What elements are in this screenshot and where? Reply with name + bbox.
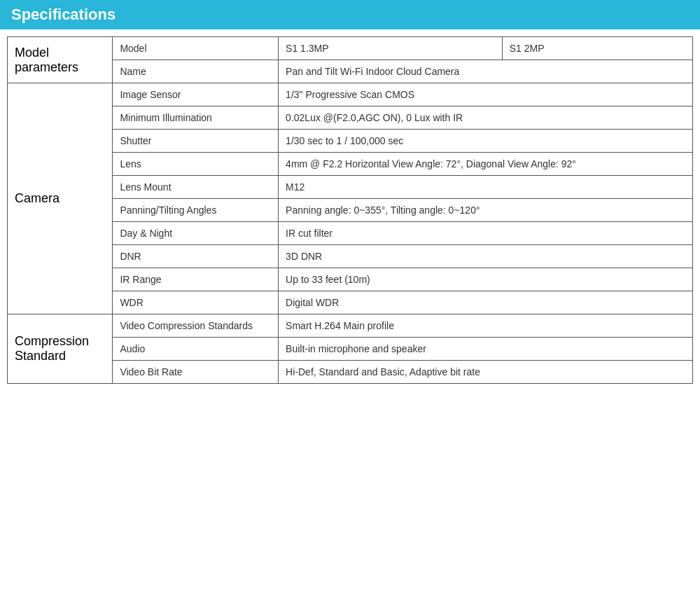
param-cell: Audio: [113, 338, 279, 361]
value-cell: Up to 33 feet (10m): [279, 268, 693, 291]
value-cell: Hi-Def, Standard and Basic, Adaptive bit…: [279, 361, 693, 384]
table-row: Model parametersModelS1 1.3MPS1 2MP: [8, 37, 693, 60]
param-cell: WDR: [113, 291, 279, 314]
value-cell: 0.02Lux @(F2.0,AGC ON), 0 Lux with IR: [279, 106, 693, 130]
specs-table: Model parametersModelS1 1.3MPS1 2MPNameP…: [7, 36, 693, 384]
value-cell: 4mm @ F2.2 Horizontal View Angle: 72°, D…: [279, 153, 693, 176]
value-cell: M12: [279, 176, 693, 199]
table-row: Compression StandardVideo Compression St…: [8, 314, 693, 338]
param-cell: Model: [113, 37, 279, 60]
value2-cell: S1 2MP: [502, 37, 692, 60]
header-bar: Specifications: [0, 0, 700, 29]
value-cell: Digital WDR: [279, 291, 693, 314]
value-cell: 1/3" Progressive Scan CMOS: [279, 83, 693, 106]
value-cell: Smart H.264 Main profile: [279, 314, 693, 338]
value-cell: Pan and Tilt Wi-Fi Indoor Cloud Camera: [279, 60, 693, 83]
value-cell: Panning angle: 0~355°, Tilting angle: 0~…: [279, 199, 693, 222]
param-cell: Minimum Illumination: [113, 106, 279, 130]
param-cell: DNR: [113, 245, 279, 268]
param-cell: Lens Mount: [113, 176, 279, 199]
value-cell: 1/30 sec to 1 / 100,000 sec: [279, 130, 693, 153]
param-cell: Day & Night: [113, 222, 279, 245]
header-title: Specifications: [11, 6, 115, 24]
param-cell: Lens: [113, 153, 279, 176]
value-cell: S1 1.3MP: [279, 37, 503, 60]
value-cell: Built-in microphone and speaker: [279, 338, 693, 361]
param-cell: Video Bit Rate: [113, 361, 279, 384]
category-cell: Model parameters: [8, 37, 113, 83]
param-cell: IR Range: [113, 268, 279, 291]
category-cell: Compression Standard: [8, 314, 113, 384]
value-cell: 3D DNR: [279, 245, 693, 268]
param-cell: Shutter: [113, 130, 279, 153]
value-cell: IR cut filter: [279, 222, 693, 245]
param-cell: Panning/Tilting Angles: [113, 199, 279, 222]
param-cell: Image Sensor: [113, 83, 279, 106]
param-cell: Video Compression Standards: [113, 314, 279, 338]
table-row: CameraImage Sensor1/3" Progressive Scan …: [8, 83, 693, 106]
category-cell: Camera: [8, 83, 113, 314]
param-cell: Name: [113, 60, 279, 83]
